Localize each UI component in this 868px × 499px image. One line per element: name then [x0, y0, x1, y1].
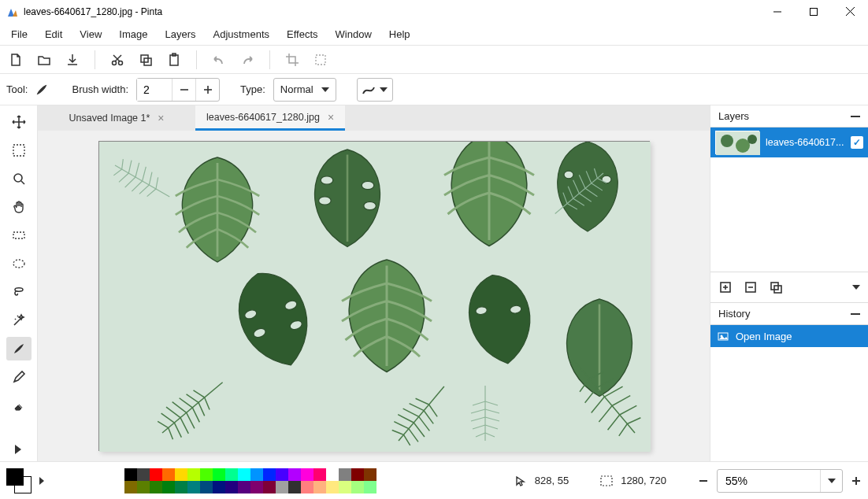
minimize-button[interactable] — [759, 0, 796, 23]
redo-button[interactable] — [238, 50, 257, 69]
menu-layers[interactable]: Layers — [157, 25, 203, 43]
undo-button[interactable] — [210, 50, 228, 69]
eraser-tool[interactable] — [6, 394, 32, 417]
copy-button[interactable] — [136, 50, 155, 69]
delete-layer-button[interactable] — [744, 280, 758, 294]
palette-color[interactable] — [263, 481, 276, 493]
brush-width-decrease[interactable] — [172, 79, 195, 101]
palette-color[interactable] — [364, 468, 377, 481]
duplicate-layer-button[interactable] — [769, 280, 783, 294]
palette-color[interactable] — [162, 468, 175, 481]
deselect-button[interactable] — [311, 50, 330, 69]
layer-row[interactable]: leaves-6640617... ✓ — [710, 128, 868, 157]
palette-color[interactable] — [238, 468, 250, 481]
palette-color[interactable] — [175, 481, 187, 493]
palette-color[interactable] — [288, 468, 301, 481]
zoom-dropdown[interactable] — [820, 470, 842, 492]
menu-window[interactable]: Window — [328, 25, 380, 43]
layer-menu-button[interactable] — [852, 285, 860, 290]
palette-color[interactable] — [187, 481, 200, 493]
menu-file[interactable]: File — [3, 25, 35, 43]
new-layer-button[interactable] — [718, 280, 733, 294]
menu-image[interactable]: Image — [111, 25, 155, 43]
pan-tool[interactable] — [6, 195, 32, 219]
palette-color[interactable] — [238, 481, 250, 493]
palette-color[interactable] — [187, 468, 200, 481]
pencil-tool[interactable] — [6, 365, 32, 389]
paintbrush-tool[interactable] — [6, 337, 32, 360]
primary-color[interactable] — [6, 468, 24, 486]
collapse-button[interactable] — [851, 312, 860, 316]
palette-color[interactable] — [313, 481, 326, 493]
palette-color[interactable] — [313, 468, 326, 481]
color-swatch[interactable] — [6, 468, 32, 493]
history-item[interactable]: Open Image — [710, 325, 868, 347]
palette-color[interactable] — [225, 481, 238, 493]
move-tool[interactable] — [6, 110, 32, 134]
palette-color[interactable] — [288, 481, 301, 493]
palette-color[interactable] — [301, 481, 313, 493]
smoothing-toggle[interactable] — [357, 78, 393, 102]
palette-color[interactable] — [351, 481, 364, 493]
palette-color[interactable] — [213, 481, 225, 493]
document-tab[interactable]: Unsaved Image 1* × — [38, 105, 195, 131]
palette-color[interactable] — [250, 481, 263, 493]
collapse-button[interactable] — [851, 115, 860, 118]
layer-visibility-checkbox[interactable]: ✓ — [851, 136, 863, 149]
palette-color[interactable] — [364, 481, 377, 493]
brush-width-increase[interactable] — [195, 79, 219, 101]
close-tab-icon[interactable]: × — [328, 111, 334, 124]
palette-color[interactable] — [326, 481, 339, 493]
ellipse-select-tool[interactable] — [6, 252, 32, 275]
menu-effects[interactable]: Effects — [279, 25, 326, 43]
palette-color[interactable] — [200, 481, 213, 493]
palette-color[interactable] — [137, 468, 150, 481]
brush-width-field[interactable] — [136, 78, 220, 102]
palette-color[interactable] — [225, 468, 238, 481]
brush-width-input[interactable] — [137, 79, 172, 101]
document-tab[interactable]: leaves-6640617_1280.jpg × — [195, 105, 345, 131]
lasso-tool[interactable] — [6, 280, 32, 304]
menu-help[interactable]: Help — [381, 25, 418, 43]
zoom-in-button[interactable] — [851, 475, 862, 486]
palette-color[interactable] — [276, 481, 288, 493]
brush-type-dropdown[interactable]: Normal — [273, 78, 336, 102]
save-button[interactable] — [63, 50, 82, 69]
palette-color[interactable] — [250, 468, 263, 481]
magic-wand-tool[interactable] — [6, 309, 32, 332]
palette-color[interactable] — [200, 468, 213, 481]
menu-edit[interactable]: Edit — [37, 25, 70, 43]
crop-button[interactable] — [283, 50, 302, 69]
palette-color[interactable] — [175, 468, 187, 481]
palette-color[interactable] — [263, 468, 276, 481]
rectangle-select-tool[interactable] — [6, 139, 32, 162]
cut-button[interactable] — [108, 50, 127, 69]
new-file-button[interactable] — [6, 50, 25, 69]
open-file-button[interactable] — [35, 50, 54, 69]
rect-marquee-tool[interactable] — [6, 224, 32, 247]
close-button[interactable] — [832, 0, 868, 23]
palette-color[interactable] — [137, 481, 150, 493]
palette-color[interactable] — [339, 468, 351, 481]
zoom-out-button[interactable] — [698, 475, 709, 486]
maximize-button[interactable] — [796, 0, 832, 23]
color-palette[interactable] — [124, 468, 377, 493]
close-tab-icon[interactable]: × — [158, 112, 164, 124]
palette-color[interactable] — [124, 468, 137, 481]
zoom-field[interactable] — [717, 469, 843, 493]
palette-color[interactable] — [213, 468, 225, 481]
palette-color[interactable] — [351, 468, 364, 481]
palette-color[interactable] — [150, 481, 162, 493]
canvas-viewport[interactable] — [38, 131, 710, 461]
menu-view[interactable]: View — [72, 25, 109, 43]
expand-tools-button[interactable] — [6, 438, 32, 461]
zoom-tool[interactable] — [6, 167, 32, 190]
zoom-input[interactable] — [718, 475, 820, 487]
paste-button[interactable] — [165, 50, 184, 69]
menu-adjustments[interactable]: Adjustments — [205, 25, 277, 43]
palette-menu-button[interactable] — [39, 477, 46, 485]
palette-color[interactable] — [276, 468, 288, 481]
palette-color[interactable] — [326, 468, 339, 481]
palette-color[interactable] — [150, 468, 162, 481]
palette-color[interactable] — [301, 468, 313, 481]
